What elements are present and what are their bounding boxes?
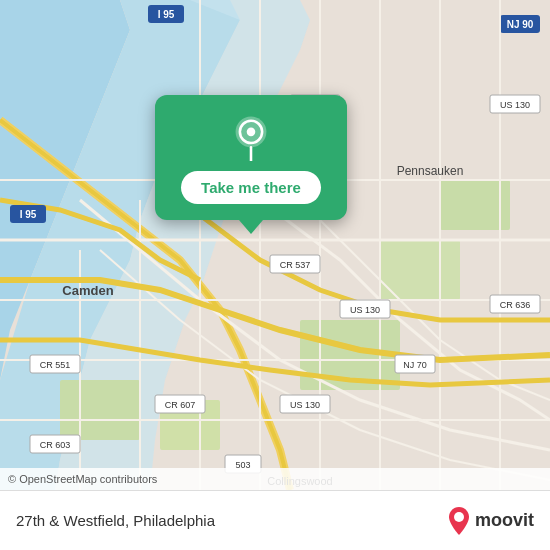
svg-text:NJ 90: NJ 90 — [507, 19, 534, 30]
svg-text:CR 551: CR 551 — [40, 360, 71, 370]
svg-text:CR 607: CR 607 — [165, 400, 196, 410]
map-container: I 95 NJ 90 — [0, 0, 550, 490]
svg-rect-1 — [60, 380, 140, 440]
svg-text:Camden: Camden — [62, 283, 113, 298]
svg-text:I 95: I 95 — [20, 209, 37, 220]
svg-text:Pennsauken: Pennsauken — [397, 164, 464, 178]
moovit-logo-icon — [447, 507, 471, 535]
bottom-bar: 27th & Westfield, Philadelphia moovit — [0, 490, 550, 550]
svg-text:CR 603: CR 603 — [40, 440, 71, 450]
location-pin-icon — [227, 113, 275, 161]
moovit-wordmark: moovit — [475, 510, 534, 531]
take-me-there-button[interactable]: Take me there — [181, 171, 321, 204]
location-label: 27th & Westfield, Philadelphia — [16, 512, 215, 529]
map-background: I 95 NJ 90 — [0, 0, 550, 490]
svg-point-53 — [454, 512, 464, 522]
svg-text:US 130: US 130 — [500, 100, 530, 110]
attribution-bar: © OpenStreetMap contributors — [0, 468, 550, 490]
moovit-logo: moovit — [447, 507, 534, 535]
attribution-text: © OpenStreetMap contributors — [8, 473, 157, 485]
popup-card: Take me there — [155, 95, 347, 220]
svg-text:I 95: I 95 — [158, 9, 175, 20]
svg-text:CR 537: CR 537 — [280, 260, 311, 270]
svg-text:US 130: US 130 — [290, 400, 320, 410]
svg-text:CR 636: CR 636 — [500, 300, 531, 310]
svg-text:NJ 70: NJ 70 — [403, 360, 427, 370]
svg-point-52 — [247, 128, 256, 137]
svg-text:US 130: US 130 — [350, 305, 380, 315]
